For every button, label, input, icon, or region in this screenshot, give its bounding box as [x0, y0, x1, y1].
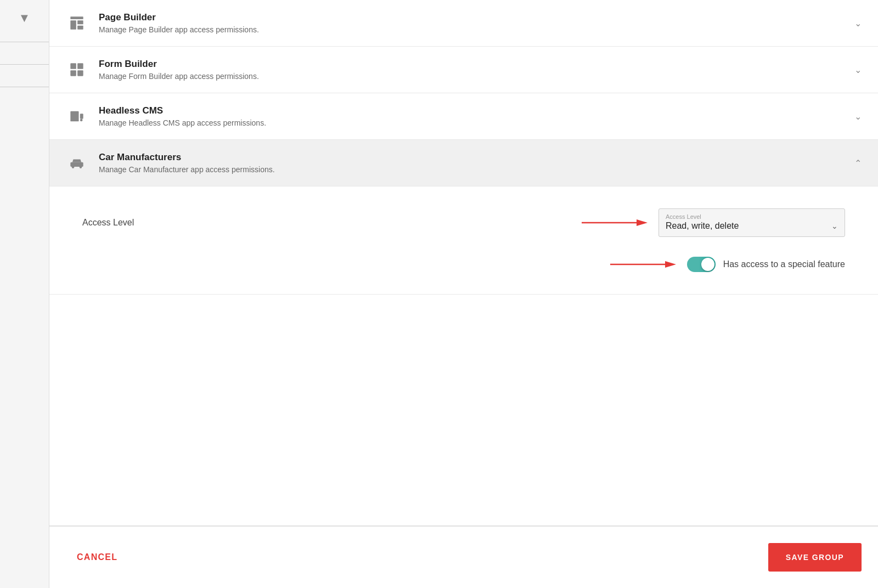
- svg-rect-14: [74, 163, 79, 166]
- permission-list: Page Builder Manage Page Builder app acc…: [49, 0, 878, 526]
- special-feature-label: Has access to a special feature: [723, 259, 845, 269]
- permission-item-headless-cms-desc: Manage Headless CMS app access permissio…: [99, 118, 843, 127]
- permission-item-form-builder-title: Form Builder: [99, 59, 843, 70]
- svg-point-13: [80, 166, 82, 168]
- access-level-label: Access Level: [82, 218, 181, 228]
- permission-item-page-builder-desc: Manage Page Builder app access permissio…: [99, 25, 843, 34]
- permission-item-form-builder-text: Form Builder Manage Form Builder app acc…: [99, 59, 843, 81]
- permission-item-car-manufacturers-title: Car Manufacturers: [99, 152, 843, 163]
- main-content: Page Builder Manage Page Builder app acc…: [49, 0, 878, 588]
- svg-rect-1: [70, 20, 76, 29]
- svg-rect-9: [80, 114, 83, 118]
- svg-rect-0: [70, 16, 83, 19]
- svg-marker-16: [637, 219, 648, 226]
- footer: CANCEL SAVE GROUP: [49, 526, 878, 588]
- sidebar-divider-2: [0, 64, 49, 65]
- access-level-arrow-area: Access Level Read, write, delete ⌄: [192, 208, 845, 237]
- permission-item-car-manufacturers-text: Car Manufacturers Manage Car Manufacture…: [99, 152, 843, 174]
- permission-item-car-manufacturers[interactable]: Car Manufacturers Manage Car Manufacture…: [49, 140, 878, 186]
- access-level-select-label: Access Level: [659, 209, 845, 221]
- filter-icon[interactable]: ▼: [19, 11, 31, 25]
- special-feature-toggle[interactable]: [687, 257, 716, 272]
- sidebar: ▼: [0, 0, 49, 588]
- car-manufacturers-expanded: Access Level Access Level Read, write, d…: [49, 186, 878, 295]
- svg-rect-6: [70, 70, 76, 76]
- svg-rect-4: [70, 63, 76, 69]
- headless-cms-chevron-icon: ⌄: [854, 111, 862, 122]
- sidebar-divider-3: [0, 87, 49, 87]
- special-feature-arrow-area: Has access to a special feature: [192, 257, 845, 272]
- svg-point-10: [80, 119, 83, 122]
- special-feature-row: Has access to a special feature: [82, 257, 845, 272]
- permission-item-headless-cms[interactable]: Headless CMS Manage Headless CMS app acc…: [49, 93, 878, 140]
- svg-rect-8: [70, 111, 78, 122]
- permission-item-page-builder-title: Page Builder: [99, 12, 843, 23]
- svg-rect-3: [77, 26, 83, 30]
- toggle-knob: [701, 258, 714, 271]
- access-level-value-text: Read, write, delete: [666, 221, 739, 231]
- permission-item-headless-cms-title: Headless CMS: [99, 105, 843, 116]
- permission-item-page-builder[interactable]: Page Builder Manage Page Builder app acc…: [49, 0, 878, 47]
- red-arrow-special: [610, 258, 676, 271]
- cancel-button[interactable]: CANCEL: [66, 545, 128, 570]
- permission-item-form-builder-desc: Manage Form Builder app access permissio…: [99, 72, 843, 81]
- permission-item-page-builder-text: Page Builder Manage Page Builder app acc…: [99, 12, 843, 34]
- select-chevron-icon: ⌄: [831, 222, 838, 230]
- page-builder-icon: [66, 12, 88, 34]
- headless-cms-icon: [66, 105, 88, 127]
- svg-point-12: [72, 166, 75, 168]
- permission-item-headless-cms-text: Headless CMS Manage Headless CMS app acc…: [99, 105, 843, 127]
- form-builder-icon: [66, 59, 88, 81]
- car-manufacturers-chevron-icon: ⌃: [854, 158, 862, 168]
- permission-item-form-builder[interactable]: Form Builder Manage Form Builder app acc…: [49, 47, 878, 93]
- sidebar-divider-1: [0, 42, 49, 42]
- access-level-row: Access Level Access Level Read, write, d…: [82, 208, 845, 237]
- page-builder-chevron-icon: ⌄: [854, 18, 862, 29]
- red-arrow-access: [582, 216, 648, 229]
- toggle-row: Has access to a special feature: [687, 257, 845, 272]
- svg-marker-18: [665, 261, 676, 268]
- permission-item-car-manufacturers-desc: Manage Car Manufacturer app access permi…: [99, 165, 843, 174]
- access-level-select-value: Read, write, delete ⌄: [659, 221, 845, 236]
- save-group-button[interactable]: SAVE GROUP: [768, 543, 862, 572]
- form-builder-chevron-icon: ⌄: [854, 65, 862, 75]
- access-level-select[interactable]: Access Level Read, write, delete ⌄: [658, 208, 845, 237]
- svg-rect-5: [77, 63, 83, 69]
- car-manufacturers-icon: [66, 152, 88, 174]
- svg-rect-7: [77, 70, 83, 76]
- svg-rect-2: [77, 20, 83, 24]
